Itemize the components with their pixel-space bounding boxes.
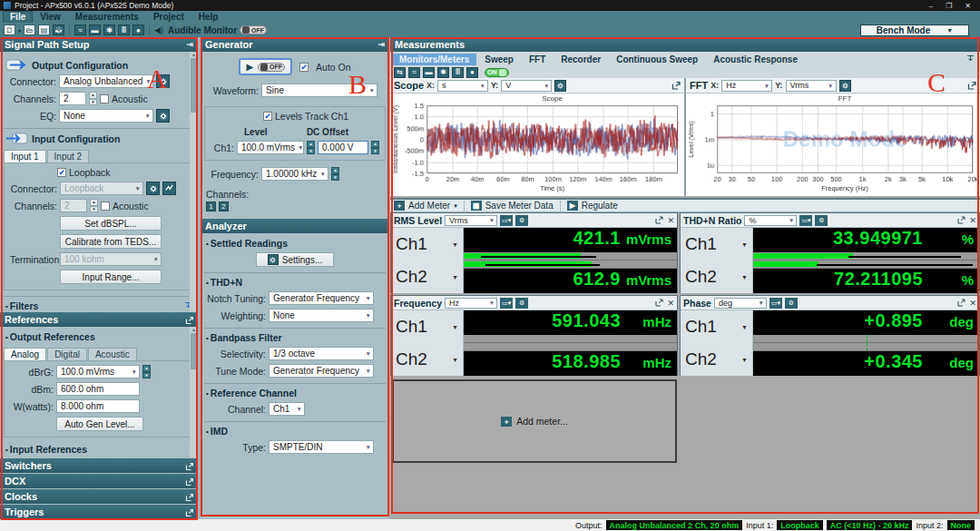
input-range-button[interactable]: Input Range...	[60, 270, 162, 284]
monitors-on-toggle[interactable]: ON	[485, 68, 509, 77]
meter-close-icon[interactable]: ✕	[969, 299, 976, 308]
tab-output-ref-acoustic[interactable]: Acoustic	[88, 348, 137, 360]
generator-off-toggle[interactable]: OFF	[258, 63, 285, 72]
meter-launch-icon[interactable]	[957, 216, 965, 224]
fft-settings-gear-icon[interactable]	[839, 80, 851, 92]
layout-icon[interactable]: ⇆	[394, 67, 406, 78]
waveform-select[interactable]: Sine▼	[261, 84, 377, 97]
references-scrollbar-thumb[interactable]	[191, 333, 197, 369]
fft-y-unit-select[interactable]: Vrms▼	[786, 80, 837, 92]
signal-path-scrollbar[interactable]: ▲▼	[190, 52, 198, 312]
gen-channel-2-button[interactable]: 2	[219, 202, 229, 211]
dc-offset-input[interactable]: 0.000 V	[318, 141, 368, 154]
dcx-launch-icon[interactable]	[185, 477, 193, 486]
output-acoustic-checkbox[interactable]	[100, 94, 109, 103]
dbrg-stepper[interactable]: ▲▼	[142, 365, 151, 379]
tab-output-ref-analog[interactable]: Analog	[4, 348, 46, 360]
new-project-dropdown-icon[interactable]: ▾	[18, 27, 21, 34]
channel-label[interactable]: Ch2▼	[391, 343, 464, 376]
tab-monitors-meters[interactable]: Monitors/Meters	[392, 54, 476, 65]
triggers-header[interactable]: Triggers	[0, 505, 198, 519]
meter-launch-icon[interactable]	[655, 299, 663, 307]
input-channels-value[interactable]: 2	[60, 199, 87, 212]
analyzer-header[interactable]: Analyzer	[201, 219, 389, 233]
dbrg-select[interactable]: 100.0 mVrms▼	[56, 365, 140, 379]
meter-display-mode-icon[interactable]: ▭▾	[500, 215, 513, 226]
meter-display-mode-icon[interactable]: ▭▾	[500, 298, 513, 309]
close-button[interactable]: ✕	[965, 2, 971, 10]
input-acoustic-checkbox[interactable]	[101, 202, 110, 211]
measurements-pin-icon[interactable]	[966, 54, 975, 64]
auto-on-checkbox[interactable]: ✔	[299, 63, 309, 72]
output-channels-value[interactable]: 2	[59, 92, 86, 105]
channel-label[interactable]: Ch1▼	[681, 310, 753, 343]
audible-monitor-toggle[interactable]: OFF	[240, 25, 267, 34]
meter-bar-icon[interactable]: ▬	[89, 25, 101, 35]
channel-label[interactable]: Ch1▼	[391, 228, 464, 261]
fft-launch-icon[interactable]	[967, 81, 976, 90]
scope-chart[interactable]	[390, 93, 684, 196]
tab-sweep[interactable]: Sweep	[477, 54, 521, 65]
menu-file[interactable]: File	[4, 12, 32, 23]
fft-x-unit-select[interactable]: Hz▼	[721, 80, 772, 92]
switchers-header[interactable]: Switchers	[0, 458, 198, 473]
channel-label[interactable]: Ch2▼	[681, 343, 753, 376]
minimize-button[interactable]: –	[929, 2, 933, 10]
tab-input-2[interactable]: Input 2	[47, 150, 90, 162]
calibrate-teds-button[interactable]: Calibrate from TEDS...	[60, 234, 162, 249]
measurements-header[interactable]: Measurements	[390, 37, 980, 52]
add-meter-button[interactable]: Add Meter	[408, 201, 450, 211]
output-connector-select[interactable]: Analog Unbalanced▼	[59, 74, 153, 88]
notch-tuning-select[interactable]: Generator Frequency▼	[269, 291, 374, 305]
frequency-select[interactable]: 1.00000 kHz▼	[261, 167, 328, 181]
generator-pin-icon[interactable]: ⇥	[377, 40, 385, 49]
wave-monitor-icon[interactable]: ≈	[408, 67, 420, 78]
meter-display-mode-icon[interactable]: ▭▾	[799, 215, 812, 226]
meter-launch-icon[interactable]	[655, 216, 663, 224]
meter-unit-select[interactable]: %▼	[744, 215, 797, 226]
meter-launch-icon[interactable]	[957, 299, 965, 307]
menu-measurements[interactable]: Measurements	[69, 12, 145, 23]
clocks-launch-icon[interactable]	[185, 493, 193, 501]
dcx-header[interactable]: DCX	[0, 474, 198, 488]
grid-icon[interactable]: Ⅲ	[452, 67, 464, 78]
settings-gear-icon[interactable]	[53, 25, 64, 35]
ref-channel-select[interactable]: Ch1▼	[269, 402, 305, 416]
weighting-select[interactable]: None▼	[269, 309, 374, 322]
meter-unit-select[interactable]: Vrms▼	[445, 215, 497, 226]
meter-gear-icon[interactable]: ⚙	[815, 215, 828, 226]
tab-output-ref-digital[interactable]: Digital	[47, 348, 87, 360]
fft-chart[interactable]	[686, 93, 980, 196]
eq-select[interactable]: None▼	[59, 109, 153, 123]
input-monitor-icon[interactable]	[162, 182, 176, 195]
imd-type-select[interactable]: SMPTE/DIN▼	[269, 440, 374, 454]
eq-gear-icon[interactable]	[156, 109, 170, 123]
scope-y-unit-select[interactable]: V▼	[501, 80, 552, 92]
signal-monitor-icon[interactable]: ≈	[74, 25, 86, 35]
gen-channel-1-button[interactable]: 1	[206, 202, 216, 211]
regulate-button[interactable]: Regulate	[582, 201, 618, 211]
input-connector-select[interactable]: Loopback▼	[60, 182, 143, 195]
meter-close-icon[interactable]: ✕	[969, 216, 976, 225]
open-project-icon[interactable]: 🗁	[24, 25, 35, 35]
menu-help[interactable]: Help	[192, 12, 225, 23]
ch1-level-select[interactable]: 100.0 mVrms▼	[237, 141, 304, 154]
channel-label[interactable]: Ch1▼	[391, 310, 464, 343]
meter-gear-icon[interactable]: ⚙	[515, 298, 528, 309]
bluetooth-icon[interactable]: ✱	[103, 25, 115, 35]
maximize-button[interactable]: ❐	[946, 2, 952, 10]
set-dbspl-button[interactable]: Set dBSPL...	[60, 216, 162, 231]
generator-header[interactable]: Generator ⇥	[201, 37, 389, 52]
input-connector-gear-icon[interactable]	[146, 182, 160, 195]
channel-label[interactable]: Ch1▼	[681, 228, 753, 261]
settings-button[interactable]: Settings...	[256, 252, 334, 267]
dc-offset-stepper[interactable]: ▲▼	[371, 141, 379, 154]
add-meter-dropdown-icon[interactable]: ▾	[454, 202, 457, 210]
save-meter-data-button[interactable]: Save Meter Data	[485, 201, 554, 211]
save-project-icon[interactable]: ▤	[38, 25, 50, 35]
meter-gear-icon[interactable]: ⚙	[515, 215, 528, 226]
scope-settings-gear-icon[interactable]	[554, 80, 566, 92]
output-connector-gear-icon[interactable]	[156, 74, 170, 88]
add-meter-plus-icon[interactable]: ＋	[394, 201, 405, 211]
ch1-level-stepper[interactable]: ▲▼	[307, 141, 315, 154]
